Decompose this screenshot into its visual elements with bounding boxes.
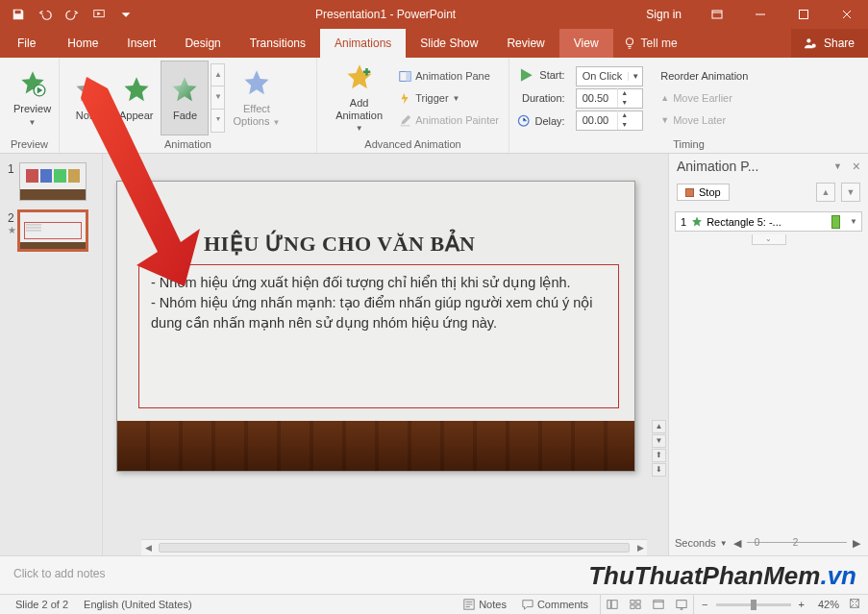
delay-icon: [517, 114, 530, 127]
start-label: Start:: [539, 69, 564, 81]
seconds-label: Seconds: [675, 537, 716, 549]
zoom-out-icon[interactable]: −: [698, 599, 711, 610]
trigger-button[interactable]: Trigger ▼: [399, 88, 499, 108]
move-later-button[interactable]: ▼Move Later: [660, 111, 748, 130]
pane-options-icon[interactable]: ▼: [831, 161, 845, 171]
view-normal-icon[interactable]: [601, 595, 624, 615]
delay-spin[interactable]: 00.00▲▼: [576, 111, 644, 131]
titlebar: Presentation1 - PowerPoint Sign in: [0, 0, 868, 29]
ribbon-display-icon[interactable]: [695, 0, 738, 29]
preview-button[interactable]: Preview▼: [6, 61, 59, 135]
thumb-2[interactable]: ━━━━━━━━━━━━━━━━━━━━━━━━: [19, 211, 87, 250]
item-dropdown-icon[interactable]: ▼: [846, 217, 861, 226]
redo-icon[interactable]: [60, 1, 85, 28]
chevron-down-icon[interactable]: ▼: [628, 72, 642, 81]
animation-painter-button[interactable]: Animation Painter: [399, 111, 499, 130]
minimize-icon[interactable]: [738, 0, 781, 29]
tab-file[interactable]: File: [0, 29, 53, 58]
zoom-in-icon[interactable]: +: [795, 599, 808, 610]
notes-toggle[interactable]: Notes: [456, 599, 514, 610]
effect-options-button[interactable]: Effect Options ▼: [225, 61, 287, 135]
view-sorter-icon[interactable]: [624, 595, 647, 615]
zoom-level[interactable]: 42%: [812, 599, 845, 610]
svg-rect-13: [611, 601, 617, 609]
sign-in-link[interactable]: Sign in: [632, 8, 695, 21]
prev-slide-icon[interactable]: ⬆: [652, 449, 666, 462]
hscroll[interactable]: ◀▶: [141, 539, 647, 555]
slide-indicator[interactable]: Slide 2 of 2: [8, 599, 76, 610]
tab-transitions[interactable]: Transitions: [236, 29, 320, 58]
gallery-more-icon[interactable]: ▾: [211, 110, 225, 133]
hscroll-right-icon[interactable]: ▶: [633, 543, 647, 553]
thumbnail-panel: 1 2★ ━━━━━━━━━━━━━━━━━━━━━━━━: [0, 154, 103, 555]
animation-pane-button[interactable]: Animation Pane: [399, 66, 499, 86]
thumb-1[interactable]: [19, 162, 87, 201]
anim-fade[interactable]: Fade: [161, 61, 209, 135]
undo-icon[interactable]: [33, 1, 58, 28]
start-combo[interactable]: On Click▼: [576, 66, 644, 86]
tab-slideshow[interactable]: Slide Show: [406, 29, 492, 58]
share-button[interactable]: Share: [791, 29, 868, 58]
group-animation-label: Animation: [60, 138, 316, 153]
view-reading-icon[interactable]: [647, 595, 670, 615]
add-animation-button[interactable]: Add Animation ▼: [323, 61, 395, 135]
stop-button[interactable]: Stop: [677, 184, 730, 201]
gallery-down-icon[interactable]: ▼: [211, 86, 225, 110]
duration-label: Duration:: [522, 92, 565, 104]
slide-textbox[interactable]: - Nhóm hiệu ứng xuất hiện đối tượng chỉ …: [138, 264, 619, 408]
zoom-slider[interactable]: [716, 603, 791, 606]
anim-appear[interactable]: Appear: [112, 61, 161, 135]
maximize-icon[interactable]: [781, 0, 825, 29]
move-up-icon[interactable]: ▲: [816, 183, 835, 202]
tell-me[interactable]: Tell me: [613, 29, 687, 58]
painter-icon: [399, 114, 411, 127]
vscroll-down-icon[interactable]: ▼: [652, 434, 666, 448]
spin-up-icon[interactable]: ▲: [618, 88, 632, 98]
tab-animations[interactable]: Animations: [320, 29, 406, 58]
close-pane-icon[interactable]: ×: [845, 159, 860, 174]
timeline-slider[interactable]: 0 2: [747, 534, 847, 552]
gallery-up-icon[interactable]: ▲: [211, 63, 225, 86]
lightbulb-icon: [623, 37, 636, 50]
spin-down-icon[interactable]: ▼: [618, 98, 632, 108]
fit-to-window-icon[interactable]: [849, 598, 860, 611]
hscroll-left-icon[interactable]: ◀: [141, 543, 155, 553]
move-earlier-button[interactable]: ▲Move Earlier: [660, 88, 748, 108]
slide-title[interactable]: HIỆU ỨNG CHO VĂN BẢN: [204, 232, 476, 257]
status-bar: Slide 2 of 2 English (United States) Not…: [0, 594, 868, 614]
tab-home[interactable]: Home: [53, 29, 112, 58]
qat-customize-icon[interactable]: [113, 1, 138, 28]
tab-view[interactable]: View: [559, 29, 613, 58]
thumb-2-anim-icon: ★: [8, 225, 15, 235]
window-title: Presentation1 - PowerPoint: [138, 8, 632, 21]
expand-icon[interactable]: ⌄: [752, 234, 786, 245]
next-slide-icon[interactable]: ⬇: [652, 463, 666, 477]
star-icon: [691, 216, 703, 228]
view-slideshow-icon[interactable]: [670, 595, 693, 615]
notes-placeholder: Click to add notes: [13, 567, 105, 580]
spin-up-icon[interactable]: ▲: [618, 111, 632, 120]
comments-toggle[interactable]: Comments: [514, 599, 596, 610]
svg-rect-19: [677, 601, 686, 608]
thumb-2-num: 2: [8, 211, 15, 225]
group-preview-label: Preview: [0, 138, 59, 153]
vscroll-up-icon[interactable]: ▲: [652, 420, 666, 433]
save-icon[interactable]: [6, 1, 31, 28]
anim-pane-item[interactable]: 1 Rectangle 5: -... ▼: [675, 211, 862, 232]
timeline-right-icon[interactable]: ▶: [851, 537, 862, 550]
slide[interactable]: HIỆU ỨNG CHO VĂN BẢN - Nhóm hiệu ứng xuấ…: [116, 181, 635, 472]
start-from-beginning-icon[interactable]: [87, 1, 112, 28]
tab-insert[interactable]: Insert: [112, 29, 170, 58]
slide-p2: - Nhóm hiệu ứng nhấn mạnh: tạo điểm nhấn…: [151, 293, 607, 333]
move-down-icon[interactable]: ▼: [841, 183, 860, 202]
timeline-left-icon[interactable]: ◀: [732, 537, 743, 550]
svg-rect-12: [608, 601, 610, 609]
anim-none[interactable]: None: [65, 61, 112, 135]
spin-down-icon[interactable]: ▼: [618, 120, 632, 130]
duration-spin[interactable]: 00.50▲▼: [576, 88, 644, 109]
tab-design[interactable]: Design: [170, 29, 235, 58]
tab-review[interactable]: Review: [492, 29, 558, 58]
svg-rect-17: [636, 605, 640, 608]
close-icon[interactable]: [825, 0, 868, 29]
language-indicator[interactable]: English (United States): [76, 599, 200, 610]
